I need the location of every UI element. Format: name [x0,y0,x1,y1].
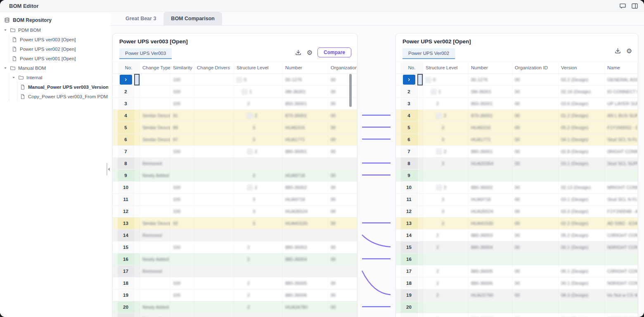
sidebar-item-power-ups-ver001-open[interactable]: Power UPS ver001 [Open] [12,54,108,63]
table-row[interactable]: 53HUA53160005.2 (Design)F1Y1N0052 - DIS [396,122,638,134]
row-select-cell[interactable] [417,277,423,289]
row-select-cell[interactable] [417,218,423,229]
row-select-cell[interactable] [417,206,423,217]
table-row[interactable]: 7−2880-360010002.8 (Design)0RIGHT CONNEC… [396,146,638,158]
row-select-cell[interactable] [134,110,140,121]
table-row[interactable]: 2−10M-360010002.16 (Design)IO CONNECT BU… [396,86,638,98]
table-row[interactable]: 14Removed [113,229,357,241]
tree-collapse-toggle[interactable]: − [247,113,253,118]
row-select-cell[interactable] [134,182,140,193]
table-row[interactable]: 13Similar Descriptio923HUA4153000 [113,218,357,229]
table-row[interactable]: 21Removed [113,313,357,317]
table-row[interactable]: 172880-360050000.1 (Design)C0RIGHT CONNE… [396,265,638,277]
download-icon[interactable] [614,47,621,54]
row-select-cell[interactable] [417,229,423,241]
row-select-cell[interactable] [417,301,423,313]
row-select-cell[interactable] [134,194,140,205]
row-select-cell[interactable] [417,146,423,157]
table-row[interactable]: −000-12760003.2 (Design)GENERAL ASSEMB [396,74,638,86]
row-select-cell[interactable] [417,194,423,205]
row-select-cell[interactable] [134,277,140,289]
table-row[interactable]: 100−000-127600 [113,74,357,86]
row-select-cell[interactable] [134,206,140,217]
tab-great-bear-3[interactable]: Great Bear 3 [118,12,163,25]
row-select-cell[interactable] [134,253,140,265]
row-select-cell[interactable] [134,241,140,253]
row-select-cell[interactable] [134,218,140,229]
tree-collapse-toggle[interactable]: − [436,113,442,118]
table-row[interactable]: 111003HUA971800 [113,194,357,206]
sidebar-item-manual-power-ups-ver003-version-1-open[interactable]: Manual_Power UPS ver003_Version 1 [Open] [20,82,108,92]
table-row[interactable]: 121003HUA3552400 [113,206,357,218]
table-row[interactable]: 123HUA355240003.3 (Design)F1Y1N0048 - AP… [396,206,638,218]
table-row[interactable]: 113HUA97180003.1 (Design)Stud SCL N FLSH… [396,194,638,206]
sidebar-item-internal[interactable]: Internal [12,73,108,82]
table-row[interactable]: 152880-360040000.1 (Design)N0RIGHT CONNE… [396,241,638,253]
table-row[interactable]: 31002850-3600100 [113,98,357,110]
sidebar-item-bom-repository[interactable]: BOM Repository [3,15,108,25]
tree-collapse-toggle[interactable]: − [247,149,253,154]
row-select-cell[interactable] [417,182,423,193]
tree-collapse-toggle[interactable]: − [242,89,247,95]
download-icon[interactable] [295,49,302,56]
row-select-cell[interactable] [134,289,140,301]
table-row[interactable]: 9 [396,170,638,182]
row-select-cell[interactable] [417,289,423,301]
row-select-cell[interactable] [134,301,140,313]
row-select-cell[interactable] [134,98,140,109]
table-row[interactable]: 63HUA17710004.1 (Design)Stud SCL N FLSH … [396,134,638,146]
row-select-cell[interactable] [417,110,423,121]
row-select-cell[interactable] [417,265,423,277]
sidebar-collapse-handle[interactable] [107,163,111,176]
expand-row-button[interactable] [403,75,415,85]
table-row[interactable]: 133HUA415300002.2 (Design)AD 5082 - E240… [396,218,638,229]
row-select-cell[interactable] [134,86,140,97]
table-row[interactable]: 7100−2880-3600100 [113,146,357,158]
table-row[interactable]: 10100−2880-3600200 [113,182,357,194]
compare-button[interactable]: Compare [317,47,351,57]
table-row[interactable]: 83HUA203540003.1 (Design)Stud SCL SUPPOR… [396,158,638,170]
table-row[interactable]: 17Removed [113,265,357,277]
row-select-cell[interactable] [417,98,423,109]
table-row[interactable]: 182880-360060000.1 (Design)N0RIGHT CONNE… [396,277,638,289]
sidebar-item-power-ups-ver002-open[interactable]: Power UPS ver002 [Open] [12,44,108,54]
row-select-cell[interactable] [417,241,423,253]
table-row[interactable]: 5Similar Descriptio893HUA531600 [113,122,357,134]
row-select-cell[interactable] [417,253,423,265]
row-select-cell[interactable] [417,313,423,317]
table-row[interactable]: 9Newly Added3HUA971800 [113,170,357,182]
row-select-cell[interactable] [417,74,423,85]
table-row[interactable]: 6Similar Descriptio873HUA177100 [113,134,357,146]
tree-collapse-toggle[interactable]: − [436,185,442,190]
sidebar-item-copy-power-ups-ver003-from-pdm-open[interactable]: Copy_Power UPS ver003_From PDM [Open] [20,92,108,101]
row-select-cell[interactable] [417,122,423,133]
expand-row-button[interactable] [120,75,132,85]
settings-gear-icon[interactable]: ⚙ [307,49,313,56]
tree-collapse-toggle[interactable]: − [426,77,431,83]
table-row[interactable]: 4−2870-360010001.2 (Design)AN L BUS SUPP… [396,110,638,122]
sidebar-item-manual-bom[interactable]: Manual BOM [3,63,108,73]
vertical-scrollbar-thumb[interactable] [349,74,352,107]
bom-version-tab[interactable]: Power UPS Ver003 [119,48,172,59]
row-select-cell[interactable] [134,146,140,157]
table-row[interactable]: 20Newly Added2HUA3478000 [113,301,357,313]
sidebar-item-power-ups-ver003-open[interactable]: Power UPS ver003 [Open] [12,35,108,44]
table-row[interactable]: 32850-360010003.6 (Design)UP LAYER SUPPO… [396,98,638,110]
row-select-cell[interactable] [417,158,423,169]
caret-down-icon[interactable] [12,76,16,80]
row-select-cell[interactable] [134,170,140,181]
panel-toggle-icon[interactable] [631,2,638,9]
row-select-cell[interactable] [134,158,140,169]
row-select-cell[interactable] [417,170,423,181]
tree-collapse-toggle[interactable]: − [247,185,253,190]
caret-down-icon[interactable] [3,28,7,32]
tree-collapse-toggle[interactable]: − [237,77,242,83]
row-select-cell[interactable] [134,122,140,133]
row-select-cell[interactable] [134,265,140,277]
table-row[interactable]: 16 [396,253,638,265]
tree-collapse-toggle[interactable]: − [431,89,436,95]
bom-version-tab[interactable]: Power UPS Ver002 [402,48,455,59]
table-row[interactable]: 181002880-3600500 [113,277,357,289]
row-select-cell[interactable] [134,229,140,241]
table-row[interactable]: 142880-360030005.2 (Design)C0RIGHT CONNE… [396,229,638,241]
